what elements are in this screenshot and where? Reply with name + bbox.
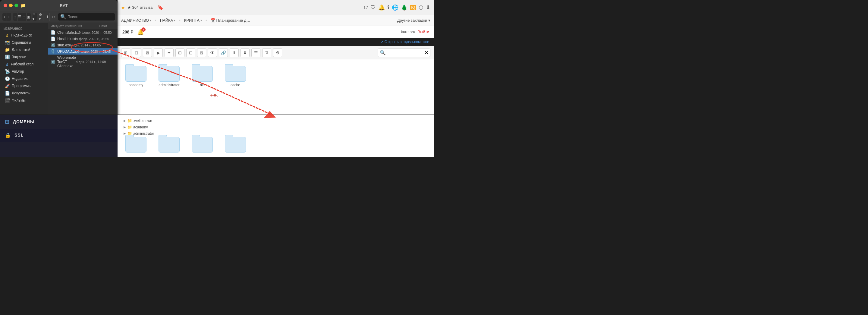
chevron-right-icon: ▶ bbox=[124, 125, 126, 129]
share-icon[interactable]: ⬡ bbox=[418, 4, 424, 11]
table-row[interactable]: 📄 HostLink.txt 9 февр. 2020 г., 05:50 bbox=[48, 36, 118, 42]
fm-play-btn[interactable]: ▶ bbox=[154, 48, 163, 57]
sidebar-item-articles[interactable]: 📁 Для статей bbox=[1, 46, 47, 53]
sidebar-item-label: Фильмы bbox=[12, 98, 26, 102]
forward-button[interactable]: › bbox=[7, 13, 11, 21]
folder-item[interactable] bbox=[156, 135, 183, 153]
file-tree: ▶ 📁 .well-known ▶ 📁 academy ▶ 📁 administ… bbox=[118, 115, 434, 135]
sidebar-item-documents[interactable]: 📄 Документы bbox=[1, 90, 47, 97]
table-row[interactable]: 🗜️ UPLOAD.zip 9 февр. 2020 г., 05:45 bbox=[48, 48, 118, 55]
info-icon: ℹ bbox=[387, 4, 390, 11]
username: kuretsru bbox=[401, 30, 415, 34]
file-date: 4 дек. 2014 г., 14:09 bbox=[76, 60, 115, 64]
documents-icon: 📄 bbox=[5, 91, 10, 96]
folder-bin[interactable]: ⬺ bin bbox=[189, 64, 216, 110]
sidebar-item-screenshots[interactable]: 📸 Скриншоты bbox=[1, 39, 47, 46]
fm-view-btn-1[interactable]: ⊞ bbox=[121, 48, 130, 57]
action-button[interactable]: ⚙ ▾ bbox=[39, 13, 43, 21]
minimize-button[interactable] bbox=[9, 4, 13, 7]
browser-icons: 17 🛡 🔔 ℹ 🌐 🌲 IQ ⬡ ⬇ bbox=[364, 4, 430, 11]
fm-upload-btn[interactable]: ⬆ bbox=[230, 48, 239, 57]
folder-icon bbox=[225, 135, 246, 153]
fm-grid-btn-2[interactable]: ⊟ bbox=[186, 48, 195, 57]
bookmark-icon[interactable]: 🔖 bbox=[157, 4, 163, 10]
column-view-button[interactable]: ⊟ bbox=[22, 13, 27, 21]
fm-sort-btn[interactable]: ⇅ bbox=[262, 48, 271, 57]
star-icon: ★ bbox=[121, 5, 125, 10]
sidebar-item-movies[interactable]: 🎬 Фильмы bbox=[1, 97, 47, 104]
fm-view-btn-3[interactable]: ⊠ bbox=[143, 48, 152, 57]
sidebar-item-airdrop[interactable]: 📡 AirDrop bbox=[1, 68, 47, 75]
search-input[interactable] bbox=[67, 15, 113, 19]
articles-icon: 📁 bbox=[5, 47, 10, 52]
tree-item[interactable]: ▶ 📁 .well-known bbox=[118, 118, 434, 124]
logout-button[interactable]: Выйти bbox=[418, 30, 430, 34]
file-list-header: Имя Дата изменения Разм bbox=[48, 23, 118, 29]
sidebar-item-downloads[interactable]: ⬇️ Загрузки bbox=[1, 53, 47, 61]
fm-download-btn[interactable]: ⬇ bbox=[241, 48, 250, 57]
nav-item-paika[interactable]: ПАЙКА ▾ bbox=[160, 18, 176, 23]
folder-cache[interactable]: cache bbox=[222, 64, 249, 110]
fm-toolbar: ⊞ ⊟ ⊠ ▶ ✦ ⊞ ⊟ ⊠ 👁 🔗 ⬆ ⬇ ☰ ⇅ ⚙ 🔍 ✕ bbox=[118, 46, 434, 59]
fm-link-btn[interactable]: 🔗 bbox=[219, 48, 228, 57]
fm-view-btn-2[interactable]: ⊟ bbox=[132, 48, 141, 57]
finder-titlebar: 📁 RAT bbox=[0, 0, 118, 11]
fm-star-btn[interactable]: ✦ bbox=[164, 48, 174, 57]
folder-item[interactable] bbox=[122, 135, 150, 153]
file-name: stub.exe bbox=[57, 43, 71, 47]
apps-icon: 🚀 bbox=[5, 84, 10, 88]
sidebar-item-yandex[interactable]: 🖥 Яндекс.Диск bbox=[1, 32, 47, 39]
fm-grid-btn-1[interactable]: ⊞ bbox=[176, 48, 184, 57]
column-size: Разм bbox=[99, 24, 115, 28]
fm-search-clear[interactable]: ✕ bbox=[424, 50, 428, 56]
sort-button-group: ⊞ ▾ bbox=[33, 13, 37, 21]
sidebar-item-label: Для статей bbox=[12, 48, 30, 52]
screenshots-icon: 📸 bbox=[5, 40, 10, 45]
nav-bookmarks[interactable]: Другие закладки ▾ bbox=[397, 18, 430, 23]
fm-search-input[interactable] bbox=[387, 51, 423, 55]
list-view-button[interactable]: ☰ bbox=[18, 13, 22, 21]
download-icon[interactable]: ⬇ bbox=[426, 4, 430, 11]
sidebar-item-label: Недавние bbox=[12, 76, 28, 81]
arrange-button[interactable]: ⊞ ▾ bbox=[33, 13, 37, 21]
tree-item[interactable]: ▶ 📁 administrator bbox=[118, 130, 434, 135]
nav-item-cripta[interactable]: КРИПТА ▾ bbox=[184, 18, 202, 23]
nav-item-admin[interactable]: АДМИНИСТВО ▾ bbox=[121, 18, 151, 23]
sub-header: 208 Р 🔔 3 kuretsru Выйти bbox=[118, 26, 434, 38]
fm-grid-btn-3[interactable]: ⊠ bbox=[197, 48, 206, 57]
sidebar-item-label: Яндекс.Диск bbox=[11, 33, 32, 37]
bell-button[interactable]: 🔔 3 bbox=[137, 29, 144, 35]
folder-label: bin bbox=[200, 83, 205, 87]
sidebar-item-apps[interactable]: 🚀 Программы bbox=[1, 82, 47, 90]
table-row[interactable]: ⚙️ Webremote TorCT Client.exe 4 дек. 201… bbox=[48, 55, 118, 69]
tree-item[interactable]: ▶ 📁 academy bbox=[118, 124, 434, 130]
fm-settings-btn[interactable]: ⚙ bbox=[273, 48, 282, 57]
yandex-icon: 🖥 bbox=[5, 33, 9, 38]
gallery-view-button[interactable]: ▣ bbox=[27, 13, 31, 21]
close-button[interactable] bbox=[4, 4, 7, 7]
fm-list-btn[interactable]: ☰ bbox=[251, 48, 260, 57]
nav-item-planning[interactable]: 📅 Планирование д… bbox=[210, 18, 250, 23]
folder-item[interactable] bbox=[189, 135, 216, 153]
nav-divider: • bbox=[206, 18, 207, 23]
tag-button[interactable]: ⬭ bbox=[52, 13, 56, 21]
fm-eye-btn[interactable]: 👁 bbox=[208, 48, 217, 57]
icon-view-button[interactable]: ⊞ bbox=[13, 13, 18, 21]
chevron-down-icon: ▾ bbox=[174, 19, 176, 22]
sidebar-item-recent[interactable]: 🕐 Недавние bbox=[1, 75, 47, 82]
table-row[interactable]: 📄 ClientSafe.txt 9 февр. 2020 г., 05:50 bbox=[48, 29, 118, 36]
share-button[interactable]: ⬆ bbox=[45, 13, 50, 21]
folder-label: academy bbox=[129, 83, 144, 87]
back-button[interactable]: ‹ bbox=[2, 13, 7, 21]
file-date: 9 февр. 2020 г., 05:45 bbox=[78, 50, 115, 53]
folder-academy[interactable]: academy bbox=[122, 64, 150, 110]
file-name: HostLink.txt bbox=[57, 37, 76, 41]
table-row[interactable]: ⚙️ stub.exe 4 дек. 2014 г., 14:05 bbox=[48, 42, 118, 48]
sidebar-item-desktop[interactable]: 🖥 Рабочий стол bbox=[1, 61, 47, 68]
open-new-window-link[interactable]: ↗ Открыть в отдельном окне bbox=[380, 40, 429, 44]
folder-administrator[interactable]: administrator bbox=[156, 64, 183, 110]
folder-item[interactable] bbox=[222, 135, 249, 153]
folder-icon: 📁 bbox=[127, 131, 132, 135]
file-icon: ⚙️ bbox=[51, 60, 56, 64]
file-date: 4 дек. 2014 г., 14:05 bbox=[71, 43, 115, 47]
